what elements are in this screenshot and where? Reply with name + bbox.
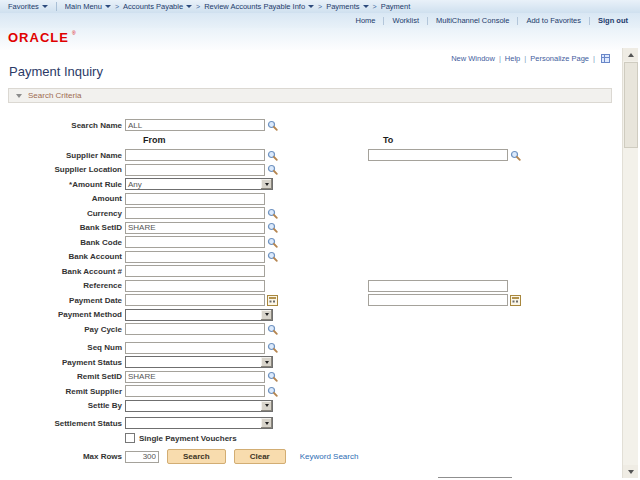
- personalize-grid-icon[interactable]: [601, 54, 610, 63]
- scroll-up-button[interactable]: [623, 48, 638, 61]
- bank-code-input[interactable]: [125, 236, 265, 248]
- reference-to-input[interactable]: [368, 280, 508, 292]
- payment-method-select[interactable]: [125, 309, 273, 321]
- lookup-icon[interactable]: [267, 120, 278, 131]
- calendar-icon[interactable]: [510, 295, 521, 306]
- supplier-name-input[interactable]: [125, 149, 265, 161]
- currency-input[interactable]: [125, 207, 265, 219]
- collapse-triangle-icon[interactable]: [16, 94, 22, 98]
- search-button[interactable]: Search: [167, 449, 226, 464]
- dropdown-arrow-icon[interactable]: [261, 418, 272, 428]
- bank-account-input[interactable]: [125, 251, 265, 263]
- lookup-icon[interactable]: [267, 222, 278, 233]
- header-link-home[interactable]: Home: [355, 16, 375, 25]
- settle-by-field: [125, 400, 273, 412]
- breadcrumb-label: Main Menu: [65, 2, 102, 11]
- form-row-remit-setid: Remit SetID: [0, 370, 614, 385]
- search-name-input[interactable]: [125, 119, 265, 131]
- form-row-remit-supplier: Remit Supplier: [0, 384, 614, 399]
- supplier-location-input[interactable]: [125, 164, 265, 176]
- payment-date-input[interactable]: [125, 294, 265, 306]
- field-cell: [125, 309, 273, 321]
- search-criteria-header[interactable]: Search Criteria: [8, 88, 612, 103]
- link-separator: [589, 17, 590, 25]
- breadcrumb-item-favorites[interactable]: Favorites: [8, 2, 48, 11]
- form-row-bank-account: Bank Account: [0, 250, 614, 265]
- amount-input[interactable]: [125, 193, 265, 205]
- form-row-search-name: Search Name: [0, 117, 614, 133]
- lookup-icon[interactable]: [267, 150, 278, 161]
- vertical-scrollbar[interactable]: [622, 48, 638, 478]
- payment-status-select[interactable]: [125, 356, 273, 368]
- lookup-icon[interactable]: [267, 342, 278, 353]
- search-name-field: [125, 119, 278, 131]
- breadcrumb-item-payment[interactable]: Payment: [381, 2, 411, 11]
- header-link-worklist[interactable]: Worklist: [392, 16, 419, 25]
- form-row-payment-status: Payment Status: [0, 355, 614, 370]
- remit-supplier-input[interactable]: [125, 385, 265, 397]
- dropdown-arrow-icon[interactable]: [261, 179, 272, 189]
- lookup-icon[interactable]: [267, 208, 278, 219]
- form-row-supplier-location: Supplier Location: [0, 163, 614, 178]
- link-separator: [517, 17, 518, 25]
- lookup-icon[interactable]: [267, 324, 278, 335]
- form-row-seq-num: Seq Num: [0, 341, 614, 356]
- breadcrumb-item-main-menu[interactable]: Main Menu: [65, 2, 111, 11]
- breadcrumb-item-review-accounts-payable-info[interactable]: Review Accounts Payable Info: [204, 2, 314, 11]
- page-link-personalize-page[interactable]: Personalize Page: [530, 54, 589, 63]
- settlement-status-select[interactable]: [125, 417, 273, 429]
- scroll-down-button[interactable]: [623, 465, 638, 478]
- page-link-help[interactable]: Help: [505, 54, 520, 63]
- amount-rule-select[interactable]: Any: [125, 178, 273, 190]
- remit-setid-input[interactable]: [125, 371, 265, 383]
- link-separator: [383, 17, 384, 25]
- oracle-logo: ORACLE: [8, 30, 69, 45]
- lookup-icon[interactable]: [267, 237, 278, 248]
- dropdown-caret-icon: [42, 5, 48, 8]
- lookup-icon[interactable]: [267, 164, 278, 175]
- field-cell: [125, 323, 278, 335]
- form-row-reference: Reference: [0, 279, 614, 294]
- clear-button[interactable]: Clear: [234, 449, 286, 464]
- breadcrumb-item-accounts-payable[interactable]: Accounts Payable: [123, 2, 192, 11]
- field-cell: [125, 400, 273, 412]
- page-link-new-window[interactable]: New Window: [451, 54, 495, 63]
- bank-account-number-input[interactable]: [125, 265, 265, 277]
- settle-by-select[interactable]: [125, 400, 273, 412]
- payment-date-to-field: [368, 294, 521, 306]
- dropdown-arrow-icon[interactable]: [261, 310, 272, 320]
- single-payment-vouchers-checkbox[interactable]: [125, 433, 135, 443]
- supplier-name-to-input[interactable]: [368, 149, 508, 161]
- lookup-icon[interactable]: [267, 386, 278, 397]
- max-rows-input[interactable]: [125, 451, 159, 463]
- dropdown-arrow-icon[interactable]: [261, 401, 272, 411]
- reference-input[interactable]: [125, 280, 265, 292]
- supplier-name-to-field: [368, 149, 521, 161]
- field-label-payment-status: Payment Status: [0, 358, 125, 367]
- header-link-multichannel-console[interactable]: MultiChannel Console: [436, 16, 509, 25]
- breadcrumb-item-payments[interactable]: Payments: [326, 2, 368, 11]
- lookup-icon[interactable]: [267, 251, 278, 262]
- scrollbar-thumb[interactable]: [624, 62, 638, 148]
- calendar-icon[interactable]: [267, 295, 278, 306]
- payment-date-to-input[interactable]: [368, 294, 508, 306]
- bank-setid-input[interactable]: [125, 222, 265, 234]
- lookup-icon[interactable]: [510, 150, 521, 161]
- sign-out-link[interactable]: Sign out: [598, 16, 628, 25]
- field-cell: Any: [125, 178, 273, 190]
- dropdown-arrow-icon[interactable]: [261, 357, 272, 367]
- keyword-search-link[interactable]: Keyword Search: [300, 452, 359, 461]
- field-label-pay-cycle: Pay Cycle: [0, 325, 125, 334]
- form-row-bank-setid: Bank SetID: [0, 221, 614, 236]
- lookup-icon[interactable]: [267, 371, 278, 382]
- supplier-location-field: [125, 164, 278, 176]
- dropdown-caret-icon: [186, 5, 192, 8]
- header-link-add-to-favorites[interactable]: Add to Favorites: [526, 16, 581, 25]
- field-label-remit-supplier: Remit Supplier: [0, 387, 125, 396]
- breadcrumb-separator: >: [373, 3, 377, 10]
- pay-cycle-input[interactable]: [125, 323, 265, 335]
- field-cell: [125, 207, 278, 219]
- max-rows-label: Max Rows: [0, 452, 125, 461]
- to-column-header: To: [383, 135, 393, 145]
- seq-num-input[interactable]: [125, 342, 265, 354]
